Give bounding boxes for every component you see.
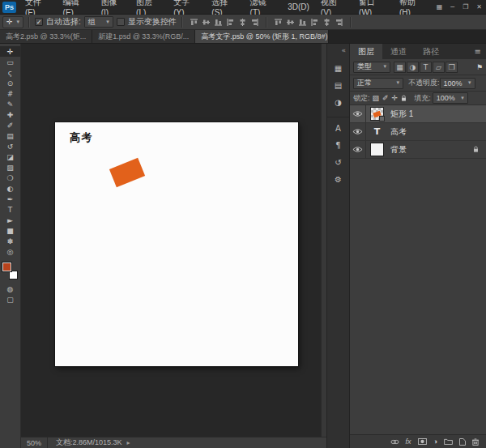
distribute-top-edges-icon[interactable] xyxy=(273,17,284,28)
filter-adjustment-layers-icon[interactable]: ◑ xyxy=(407,62,419,73)
layer-filter-dropdown[interactable]: 类型 ▾ xyxy=(353,62,390,73)
eyedropper-tool[interactable]: ✎ xyxy=(0,99,20,109)
new-adjustment-layer-icon[interactable]: ◑ xyxy=(433,437,437,446)
character-panel-icon[interactable]: A xyxy=(330,122,347,135)
layer-styles-icon[interactable]: fx xyxy=(406,437,411,446)
tab-layers[interactable]: 图层 xyxy=(350,44,382,59)
brush-tool[interactable]: ✐ xyxy=(0,120,20,130)
close-button[interactable]: ✕ xyxy=(472,3,486,11)
dodge-tool[interactable]: ◐ xyxy=(0,183,20,194)
horizontal-type-tool[interactable]: T xyxy=(0,204,20,215)
gradient-tool[interactable]: ▨ xyxy=(0,162,20,173)
distribute-vertical-centers-icon[interactable] xyxy=(285,17,296,28)
menu-type[interactable]: 文字(Y) xyxy=(168,0,206,14)
canvas-area[interactable]: 高考 50% 文档:2.86M/1015.3K ▸ xyxy=(21,44,326,448)
distribute-horizontal-centers-icon[interactable] xyxy=(322,17,332,28)
layer-row-text[interactable]: T 高考 xyxy=(350,123,486,141)
layer-row-background[interactable]: 背景 xyxy=(350,141,486,159)
menu-help[interactable]: 帮助(H) xyxy=(394,0,433,14)
foreground-color-swatch[interactable] xyxy=(2,262,11,271)
layer-name[interactable]: 高考 xyxy=(390,126,407,138)
rectangle-tool[interactable]: ■ xyxy=(0,225,20,236)
filter-pixel-layers-icon[interactable]: ▦ xyxy=(394,62,406,73)
menu-view[interactable]: 视图(V) xyxy=(315,0,353,14)
eraser-tool[interactable]: ◪ xyxy=(0,151,20,162)
text-layer-thumbnail[interactable]: T xyxy=(370,125,384,139)
document-tab-3-active[interactable]: 高考文字.psb @ 50% (矩形 1, RGB/8#) * ✕ xyxy=(195,30,329,43)
document-tab-1[interactable]: 高考2.psb @ 33.3%(矩... xyxy=(0,30,92,43)
visibility-toggle[interactable] xyxy=(350,123,366,140)
paragraph-panel-icon[interactable]: ¶ xyxy=(330,139,347,152)
spot-healing-brush-tool[interactable]: ✚ xyxy=(0,109,20,120)
filter-smart-objects-icon[interactable]: ❒ xyxy=(446,62,458,73)
swatches-panel-icon[interactable]: ▤ xyxy=(330,79,347,92)
status-options-arrow-icon[interactable]: ▸ xyxy=(127,439,130,446)
lock-position-icon[interactable]: ✛ xyxy=(391,94,399,102)
document-canvas[interactable]: 高考 xyxy=(55,122,298,366)
auto-select-checkbox[interactable]: ✓ 自动选择: xyxy=(35,16,81,28)
auto-select-target-dropdown[interactable]: 组 ▾ xyxy=(84,16,113,28)
fill-dropdown[interactable]: 100% ▾ xyxy=(433,92,468,104)
distribute-bottom-edges-icon[interactable] xyxy=(297,17,308,28)
distribute-right-edges-icon[interactable] xyxy=(334,17,344,28)
layer-name[interactable]: 矩形 1 xyxy=(390,109,413,120)
restore-button[interactable]: ❐ xyxy=(458,3,472,11)
lock-transparent-pixels-icon[interactable]: ▨ xyxy=(372,94,381,102)
menu-layer[interactable]: 图层(L) xyxy=(130,0,168,14)
quick-mask-button[interactable]: ◍ xyxy=(0,284,20,294)
show-transform-checkbox[interactable]: 显示变换控件 xyxy=(117,16,177,28)
layer-name[interactable]: 背景 xyxy=(390,144,407,156)
rectangular-marquee-tool[interactable]: ▭ xyxy=(0,57,20,67)
align-left-edges-icon[interactable] xyxy=(225,17,236,28)
vertical-scrollbar[interactable] xyxy=(321,44,326,437)
blur-tool[interactable]: ❍ xyxy=(0,173,20,183)
menu-3d[interactable]: 3D(D) xyxy=(282,0,315,14)
new-group-icon[interactable] xyxy=(444,438,453,445)
menu-edit[interactable]: 编辑(E) xyxy=(58,0,96,14)
menu-file[interactable]: 文件(F) xyxy=(19,0,58,14)
pen-tool[interactable]: ✒ xyxy=(0,194,20,204)
shape-layer-thumbnail[interactable] xyxy=(370,107,384,121)
filter-type-layers-icon[interactable]: T xyxy=(420,62,432,73)
canvas-orange-rectangle[interactable] xyxy=(109,158,145,187)
menu-image[interactable]: 图像(I) xyxy=(96,0,130,14)
filter-shape-layers-icon[interactable]: ▱ xyxy=(433,62,445,73)
tab-paths[interactable]: 路径 xyxy=(415,44,447,59)
quick-selection-tool[interactable]: ⊙ xyxy=(0,78,20,88)
delete-layer-icon[interactable] xyxy=(472,438,479,446)
distribute-left-edges-icon[interactable] xyxy=(309,17,320,28)
menu-select[interactable]: 选择(S) xyxy=(206,0,244,14)
screen-mode-button[interactable]: ▢ xyxy=(0,294,20,305)
align-right-edges-icon[interactable] xyxy=(249,17,260,28)
menu-window[interactable]: 窗口(W) xyxy=(353,0,394,14)
visibility-toggle[interactable] xyxy=(350,141,366,158)
align-bottom-edges-icon[interactable] xyxy=(213,17,224,28)
history-brush-tool[interactable]: ↺ xyxy=(0,141,20,151)
layer-row-rectangle-1[interactable]: 矩形 1 xyxy=(350,105,486,123)
align-horizontal-centers-icon[interactable] xyxy=(237,17,248,28)
lock-image-pixels-icon[interactable]: ✐ xyxy=(382,94,390,102)
move-tool[interactable]: ✛ xyxy=(0,46,20,57)
history-panel-icon[interactable]: ↺ xyxy=(330,156,347,169)
minimize-button[interactable]: ─ xyxy=(446,3,458,11)
adjustments-panel-icon[interactable]: ◑ xyxy=(330,96,347,109)
link-layers-icon[interactable] xyxy=(390,439,399,445)
hand-tool[interactable]: ✽ xyxy=(0,236,20,246)
new-layer-icon[interactable] xyxy=(459,438,466,446)
lock-all-icon[interactable] xyxy=(400,95,407,102)
properties-panel-icon[interactable]: ⚙ xyxy=(330,173,347,186)
crop-tool[interactable]: # xyxy=(0,88,20,99)
clone-stamp-tool[interactable]: ▤ xyxy=(0,130,20,141)
layout-picker-icon[interactable]: ▦ xyxy=(433,3,447,11)
opacity-dropdown[interactable]: 100% ▾ xyxy=(440,78,475,89)
layer-filter-toggle-icon[interactable]: ⚑ xyxy=(476,63,483,71)
tab-channels[interactable]: 通道 xyxy=(382,44,415,59)
zoom-tool[interactable]: ◎ xyxy=(0,246,20,257)
background-color-swatch[interactable] xyxy=(9,271,18,279)
lasso-tool[interactable]: ς xyxy=(0,67,20,78)
panel-menu-icon[interactable]: ≡ xyxy=(475,44,486,59)
visibility-toggle[interactable] xyxy=(350,105,366,122)
blend-mode-dropdown[interactable]: 正常 ▾ xyxy=(353,78,403,89)
expand-panels-icon[interactable]: « xyxy=(341,46,346,54)
zoom-level-field[interactable]: 50% xyxy=(21,437,48,448)
